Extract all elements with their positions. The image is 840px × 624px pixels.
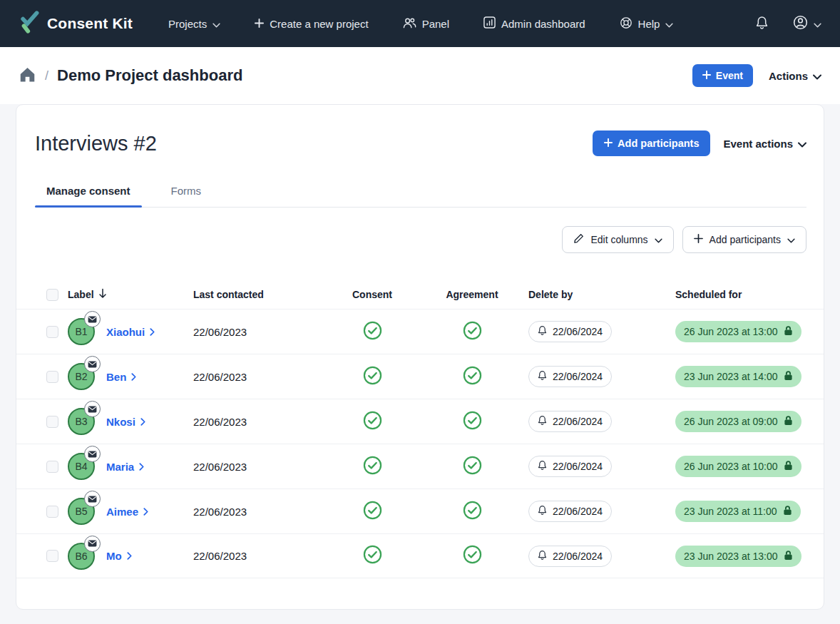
add-participants-button[interactable]: Add participants <box>593 131 710 156</box>
lock-icon <box>784 370 793 383</box>
delete-by-badge[interactable]: 22/06/2024 <box>528 411 612 432</box>
participant-name-link[interactable]: Nkosi <box>106 416 145 428</box>
plus-icon <box>694 234 703 245</box>
chevron-down-icon <box>787 234 795 245</box>
check-circle-icon <box>363 366 382 388</box>
users-icon <box>403 17 416 31</box>
column-header-agreement: Agreement <box>426 289 518 300</box>
scheduled-for-badge[interactable]: 23 Jun 2023 at 14:00 <box>675 366 801 387</box>
delete-by-badge[interactable]: 22/06/2024 <box>528 366 612 387</box>
last-contacted-date: 22/06/2023 <box>193 326 319 338</box>
chevron-right-icon <box>143 506 148 518</box>
sort-descending-icon[interactable] <box>98 288 107 301</box>
participant-name-link[interactable]: Ben <box>106 371 136 383</box>
envelope-icon <box>88 313 97 326</box>
column-header-scheduled-for: Scheduled for <box>670 289 806 300</box>
agreement-status <box>426 501 518 523</box>
chevron-right-icon <box>127 550 132 562</box>
breadcrumb-bar: / Demo Project dashboard Event Actions <box>0 47 840 104</box>
chevron-down-icon <box>655 234 662 245</box>
consent-status <box>319 456 426 478</box>
edit-columns-button[interactable]: Edit columns <box>562 226 673 253</box>
event-card: Interviews #2 Add participants Event act… <box>16 104 824 610</box>
life-ring-icon <box>620 16 632 31</box>
row-checkbox[interactable] <box>46 506 58 518</box>
bell-icon <box>538 325 547 338</box>
bell-icon <box>538 370 547 383</box>
user-circle-icon <box>793 15 808 32</box>
row-checkbox[interactable] <box>46 461 58 473</box>
scheduled-for-badge[interactable]: 23 Jun 2023 at 11:00 <box>675 501 801 522</box>
consent-status <box>319 366 426 388</box>
notifications-button[interactable] <box>755 16 769 32</box>
nav-right <box>755 15 821 32</box>
top-nav: Consent Kit Projects Create a new projec… <box>0 0 840 47</box>
participant-name-link[interactable]: Xiaohui <box>106 326 155 338</box>
lock-icon <box>783 505 792 518</box>
envelope-icon <box>88 537 97 550</box>
table-row: B6 Mo 22/06/2023 <box>16 533 824 578</box>
event-actions-button[interactable]: Event actions <box>723 138 806 150</box>
home-icon[interactable] <box>19 66 36 86</box>
last-contacted-date: 22/06/2023 <box>193 506 319 518</box>
scheduled-for-badge[interactable]: 26 Jun 2023 at 09:00 <box>675 411 801 432</box>
nav-panel[interactable]: Panel <box>403 17 449 31</box>
scheduled-for-badge[interactable]: 26 Jun 2023 at 10:00 <box>675 456 801 477</box>
participant-name-link[interactable]: Mo <box>106 550 132 562</box>
check-circle-icon <box>363 456 382 478</box>
bell-icon <box>538 460 547 473</box>
delete-by-badge[interactable]: 22/06/2024 <box>528 456 612 477</box>
envelope-icon <box>88 358 97 371</box>
pencil-icon <box>573 233 584 246</box>
nav-projects[interactable]: Projects <box>168 18 220 30</box>
table-row: B4 Maria 22/06/2023 <box>16 444 824 489</box>
row-checkbox[interactable] <box>46 326 58 338</box>
scheduled-for-badge[interactable]: 26 Jun 2023 at 13:00 <box>675 321 801 342</box>
plus-icon <box>255 18 264 30</box>
scheduled-for-badge[interactable]: 23 Jun 2023 at 13:00 <box>675 546 801 567</box>
participant-name-link[interactable]: Aimee <box>106 506 148 518</box>
select-all-checkbox[interactable] <box>46 289 58 301</box>
column-header-last-contacted: Last contacted <box>193 289 319 300</box>
chevron-down-icon <box>212 18 220 30</box>
row-checkbox[interactable] <box>46 416 58 428</box>
tab-manage-consent[interactable]: Manage consent <box>46 185 130 207</box>
check-circle-icon <box>363 321 382 343</box>
nav-help[interactable]: Help <box>620 16 674 31</box>
plus-icon <box>702 70 711 81</box>
table-header-row: Label Last contacted Consent Agreement D… <box>16 280 824 309</box>
brand[interactable]: Consent Kit <box>19 10 133 37</box>
tab-forms[interactable]: Forms <box>171 185 202 207</box>
mail-badge <box>84 446 101 462</box>
nav-admin-dashboard[interactable]: Admin dashboard <box>483 16 585 31</box>
delete-by-badge[interactable]: 22/06/2024 <box>528 321 612 342</box>
add-participants-dropdown-button[interactable]: Add participants <box>682 226 806 253</box>
envelope-icon <box>88 493 97 506</box>
mail-badge <box>84 491 101 507</box>
check-circle-icon <box>463 411 482 433</box>
last-contacted-date: 22/06/2023 <box>193 461 319 473</box>
chevron-down-icon <box>814 18 821 30</box>
row-checkbox[interactable] <box>46 550 58 562</box>
table-row: B1 Xiaohui 22/06/2023 <box>16 309 824 354</box>
nav-create-project[interactable]: Create a new project <box>255 18 368 30</box>
delete-by-badge[interactable]: 22/06/2024 <box>528 546 612 567</box>
actions-button[interactable]: Actions <box>769 70 821 82</box>
agreement-status <box>426 366 518 388</box>
delete-by-badge[interactable]: 22/06/2024 <box>528 501 612 522</box>
table-row: B2 Ben 22/06/2023 <box>16 354 824 399</box>
participant-name-link[interactable]: Maria <box>106 461 144 473</box>
event-button[interactable]: Event <box>692 64 753 87</box>
last-contacted-date: 22/06/2023 <box>193 416 319 428</box>
page-body: Interviews #2 Add participants Event act… <box>0 104 840 610</box>
check-circle-icon <box>363 501 382 523</box>
account-menu[interactable] <box>793 15 821 32</box>
check-circle-icon <box>463 321 482 343</box>
breadcrumb: / Demo Project dashboard <box>19 66 692 86</box>
mail-badge <box>84 536 101 552</box>
row-checkbox[interactable] <box>46 371 58 383</box>
bar-chart-icon <box>483 16 496 31</box>
column-header-delete-by: Delete by <box>518 289 670 300</box>
chevron-right-icon <box>131 371 136 383</box>
mail-badge <box>84 401 101 417</box>
